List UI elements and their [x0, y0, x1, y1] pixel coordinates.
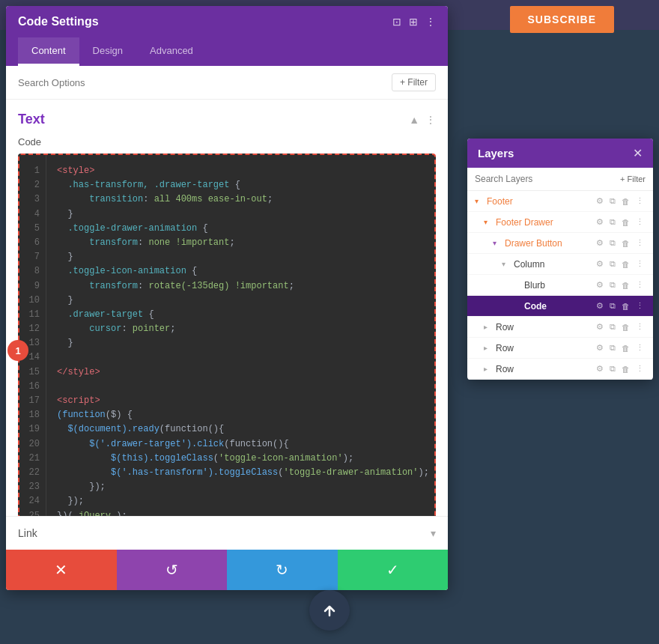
code-editor[interactable]: 12345 678910 1112131415 1617181920 21222…: [18, 154, 436, 516]
chevron-icon: ▸: [484, 344, 494, 352]
layer-name: Column: [514, 259, 595, 270]
text-section-header: Text ▲ ⋮: [18, 112, 436, 127]
layer-name: Code: [524, 301, 595, 312]
layer-item-drawer-button[interactable]: ▾ Drawer Button ⚙ ⧉ 🗑 ⋮: [467, 233, 653, 254]
duplicate-icon[interactable]: ⧉: [608, 363, 617, 374]
settings-icon[interactable]: ⚙: [595, 195, 605, 207]
settings-icon[interactable]: ⚙: [595, 363, 605, 374]
layer-item-row-2[interactable]: ▸ Row ⚙ ⧉ 🗑 ⋮: [467, 338, 653, 359]
duplicate-icon[interactable]: ⧉: [608, 258, 617, 270]
minimize-icon[interactable]: ⊡: [392, 16, 401, 28]
layer-icons: ⚙ ⧉ 🗑 ⋮: [595, 300, 646, 312]
layer-icons: ⚙ ⧉ 🗑 ⋮: [595, 342, 646, 353]
layer-icons: ⚙ ⧉ 🗑 ⋮: [595, 279, 646, 291]
layer-icons: ⚙ ⧉ 🗑 ⋮: [595, 237, 646, 249]
layer-name: Drawer Button: [505, 238, 595, 249]
confirm-button[interactable]: ✓: [338, 550, 449, 590]
layers-search: + Filter: [467, 168, 653, 191]
duplicate-icon[interactable]: ⧉: [608, 279, 617, 291]
undo-button[interactable]: ↺: [117, 550, 228, 590]
delete-icon[interactable]: 🗑: [620, 301, 631, 312]
duplicate-icon[interactable]: ⧉: [608, 300, 617, 312]
settings-icon[interactable]: ⚙: [595, 342, 605, 353]
layer-name: Blurb: [524, 280, 595, 291]
delete-icon[interactable]: 🗑: [620, 364, 631, 374]
delete-icon[interactable]: 🗑: [620, 217, 631, 228]
settings-icon[interactable]: ⚙: [595, 279, 605, 291]
code-label: Code: [18, 136, 436, 148]
settings-icon[interactable]: ⚙: [595, 216, 605, 228]
panel-title: Code Settings: [18, 15, 99, 28]
settings-icon[interactable]: ⚙: [595, 300, 605, 312]
section-more-icon[interactable]: ⋮: [425, 114, 436, 126]
more-icon[interactable]: ⋮: [634, 321, 646, 332]
layer-name: Row: [496, 364, 595, 374]
chevron-icon: ▾: [493, 239, 503, 247]
code-content[interactable]: <style> .has-transform, .drawer-target {…: [46, 155, 434, 516]
collapse-icon[interactable]: ▲: [409, 114, 419, 126]
delete-icon[interactable]: 🗑: [620, 322, 631, 332]
tab-design[interactable]: Design: [79, 37, 136, 66]
delete-icon[interactable]: 🗑: [620, 280, 631, 291]
duplicate-icon[interactable]: ⧉: [608, 195, 617, 207]
chevron-icon: ▾: [475, 197, 485, 205]
layer-item-row-1[interactable]: ▸ Row ⚙ ⧉ 🗑 ⋮: [467, 317, 653, 338]
more-icon[interactable]: ⋮: [634, 237, 646, 249]
layers-close-icon[interactable]: ✕: [633, 146, 643, 160]
delete-icon[interactable]: 🗑: [620, 259, 631, 270]
tab-content[interactable]: Content: [18, 37, 79, 66]
duplicate-icon[interactable]: ⧉: [608, 321, 617, 332]
layer-icons: ⚙ ⧉ 🗑 ⋮: [595, 321, 646, 332]
delete-icon[interactable]: 🗑: [620, 343, 631, 353]
layer-name: Row: [496, 322, 595, 332]
layers-title: Layers: [478, 147, 514, 160]
subscribe-button[interactable]: SUBSCRIBE: [510, 6, 614, 33]
settings-icon[interactable]: ⚙: [595, 321, 605, 332]
duplicate-icon[interactable]: ⧉: [608, 216, 617, 228]
layer-item-blurb[interactable]: Blurb ⚙ ⧉ 🗑 ⋮: [467, 275, 653, 296]
layer-item-code[interactable]: Code ⚙ ⧉ 🗑 ⋮: [467, 296, 653, 317]
layer-item-column[interactable]: ▾ Column ⚙ ⧉ 🗑 ⋮: [467, 254, 653, 275]
bottom-toolbar: ✕ ↺ ↻ ✓: [6, 550, 448, 590]
link-section[interactable]: Link ▾: [6, 516, 448, 550]
duplicate-icon[interactable]: ⧉: [608, 237, 617, 249]
layer-name: Row: [496, 343, 595, 353]
cancel-button[interactable]: ✕: [6, 550, 117, 590]
delete-icon[interactable]: 🗑: [620, 196, 631, 207]
settings-icon[interactable]: ⚙: [595, 237, 605, 249]
more-icon[interactable]: ⋮: [634, 216, 646, 228]
settings-icon[interactable]: ⚙: [595, 258, 605, 270]
chevron-icon: ▾: [484, 218, 494, 226]
section-header-icons: ▲ ⋮: [409, 114, 436, 126]
filter-button[interactable]: + Filter: [392, 73, 436, 91]
layers-search-input[interactable]: [475, 174, 616, 184]
panel-tabs: Content Design Advanced: [6, 37, 448, 66]
layers-header-right: ✕: [633, 146, 643, 160]
layers-filter-button[interactable]: + Filter: [620, 174, 646, 183]
link-chevron-icon: ▾: [431, 527, 436, 539]
more-icon[interactable]: ⋮: [634, 195, 646, 207]
delete-icon[interactable]: 🗑: [620, 238, 631, 249]
more-icon[interactable]: ⋮: [634, 342, 646, 353]
code-wrapper: 1 12345 678910 1112131415 1617181920 212…: [18, 154, 436, 516]
layer-icons: ⚙ ⧉ 🗑 ⋮: [595, 195, 646, 207]
more-icon[interactable]: ⋮: [425, 16, 436, 28]
search-bar: + Filter: [6, 66, 448, 100]
layer-item-row-3[interactable]: ▸ Row ⚙ ⧉ 🗑 ⋮: [467, 359, 653, 380]
layer-icons: ⚙ ⧉ 🗑 ⋮: [595, 216, 646, 228]
layer-item-footer-drawer[interactable]: ▾ Footer Drawer ⚙ ⧉ 🗑 ⋮: [467, 212, 653, 233]
more-icon[interactable]: ⋮: [634, 279, 646, 291]
duplicate-icon[interactable]: ⧉: [608, 342, 617, 353]
split-icon[interactable]: ⊞: [409, 16, 418, 28]
redo-button[interactable]: ↻: [227, 550, 338, 590]
tab-advanced[interactable]: Advanced: [136, 37, 207, 66]
more-icon[interactable]: ⋮: [634, 363, 646, 374]
panel-body: Text ▲ ⋮ Code 1 12345 678910 1112131415 …: [6, 100, 448, 516]
more-icon[interactable]: ⋮: [634, 258, 646, 270]
panel-header: Code Settings ⊡ ⊞ ⋮: [6, 6, 448, 37]
chevron-icon: ▸: [484, 365, 494, 373]
more-icon[interactable]: ⋮: [634, 300, 646, 312]
layer-item-footer[interactable]: ▾ Footer ⚙ ⧉ 🗑 ⋮: [467, 191, 653, 212]
search-options-input[interactable]: [18, 77, 386, 88]
arrow-up-button[interactable]: [309, 590, 350, 631]
